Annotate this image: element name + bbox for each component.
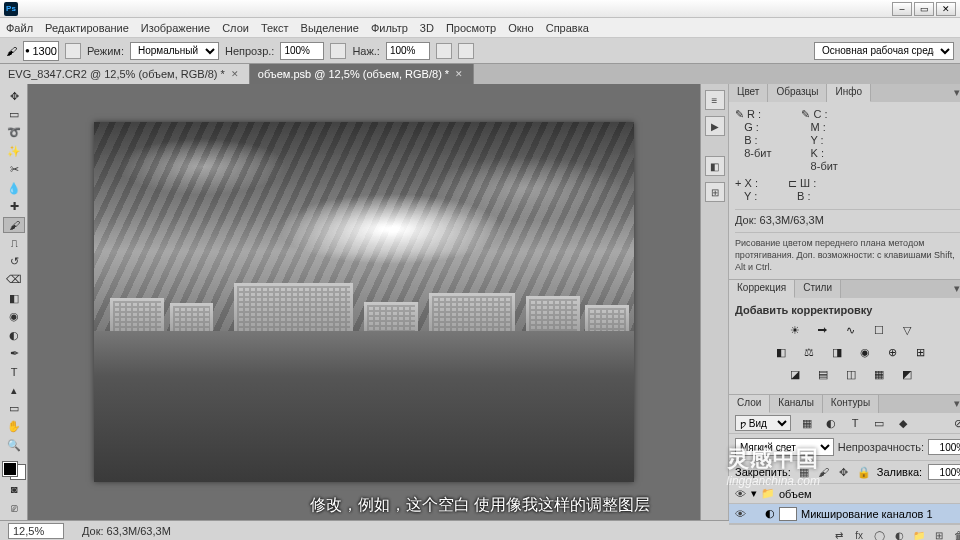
actions-panel-icon[interactable]: ▶ xyxy=(705,116,725,136)
tab-paths[interactable]: Контуры xyxy=(823,395,879,413)
new-adjustment-icon[interactable]: ◐ xyxy=(892,528,906,540)
colorlookup-icon[interactable]: ⊞ xyxy=(912,344,930,360)
lock-trans-icon[interactable]: ▦ xyxy=(797,465,811,479)
flow-input[interactable] xyxy=(386,42,430,60)
stamp-tool[interactable]: ⎍ xyxy=(3,235,25,251)
filter-smart-icon[interactable]: ◆ xyxy=(895,416,911,430)
gradient-tool[interactable]: ◧ xyxy=(3,290,25,306)
menu-image[interactable]: Изображение xyxy=(141,22,210,34)
brushes-panel-icon[interactable]: ⊞ xyxy=(705,182,725,202)
vibrance-icon[interactable]: ▽ xyxy=(898,322,916,338)
tab-layers[interactable]: Слои xyxy=(729,395,770,413)
link-layers-icon[interactable]: ⇄ xyxy=(832,528,846,540)
dodge-tool[interactable]: ◐ xyxy=(3,327,25,343)
posterize-icon[interactable]: ▤ xyxy=(814,366,832,382)
crop-tool[interactable]: ✂ xyxy=(3,162,25,178)
tab-color[interactable]: Цвет xyxy=(729,84,768,102)
new-layer-icon[interactable]: ⊞ xyxy=(932,528,946,540)
opacity-pressure-icon[interactable] xyxy=(330,43,346,59)
size-pressure-icon[interactable] xyxy=(458,43,474,59)
menu-window[interactable]: Окно xyxy=(508,22,534,34)
filter-shape-icon[interactable]: ▭ xyxy=(871,416,887,430)
panel-menu-icon[interactable]: ▾≡ xyxy=(948,395,960,413)
color-swatch[interactable] xyxy=(3,462,25,480)
layer-opacity-input[interactable] xyxy=(928,439,960,455)
blend-mode-select[interactable]: Нормальный xyxy=(130,42,219,60)
workspace-selector[interactable]: Основная рабочая среда xyxy=(814,42,954,60)
curves-icon[interactable]: ∿ xyxy=(842,322,860,338)
colorbalance-icon[interactable]: ⚖ xyxy=(800,344,818,360)
lock-pixel-icon[interactable]: 🖌 xyxy=(817,465,831,479)
brush-panel-toggle-icon[interactable] xyxy=(65,43,81,59)
menu-file[interactable]: Файл xyxy=(6,22,33,34)
mask-thumbnail[interactable] xyxy=(779,507,797,521)
menu-select[interactable]: Выделение xyxy=(301,22,359,34)
tab-channels[interactable]: Каналы xyxy=(770,395,823,413)
blur-tool[interactable]: ◉ xyxy=(3,309,25,325)
minimize-button[interactable]: – xyxy=(892,2,912,16)
menu-filter[interactable]: Фильтр xyxy=(371,22,408,34)
channelmixer-icon[interactable]: ⊕ xyxy=(884,344,902,360)
close-tab-icon[interactable]: ✕ xyxy=(231,69,239,79)
pen-tool[interactable]: ✒ xyxy=(3,345,25,361)
marquee-tool[interactable]: ▭ xyxy=(3,106,25,122)
fill-input[interactable] xyxy=(928,464,960,480)
layer-name[interactable]: Микширование каналов 1 xyxy=(801,508,933,520)
brightness-icon[interactable]: ☀ xyxy=(786,322,804,338)
eyedropper-tool[interactable]: 💧 xyxy=(3,180,25,196)
document-tab[interactable]: EVG_8347.CR2 @ 12,5% (объем, RGB/8) *✕ xyxy=(0,64,250,84)
visibility-icon[interactable]: 👁 xyxy=(733,508,747,520)
menu-layers[interactable]: Слои xyxy=(222,22,249,34)
canvas[interactable] xyxy=(28,84,700,520)
filter-pixel-icon[interactable]: ▦ xyxy=(799,416,815,430)
eraser-tool[interactable]: ⌫ xyxy=(3,272,25,288)
path-select-tool[interactable]: ▴ xyxy=(3,382,25,398)
exposure-icon[interactable]: ☐ xyxy=(870,322,888,338)
new-group-icon[interactable]: 📁 xyxy=(912,528,926,540)
brush-tool[interactable]: 🖌 xyxy=(3,217,25,233)
menu-3d[interactable]: 3D xyxy=(420,22,434,34)
close-tab-icon[interactable]: ✕ xyxy=(455,69,463,79)
magic-wand-tool[interactable]: ✨ xyxy=(3,143,25,159)
layer-fx-icon[interactable]: fx xyxy=(852,528,866,540)
tab-info[interactable]: Инфо xyxy=(827,84,871,102)
menu-edit[interactable]: Редактирование xyxy=(45,22,129,34)
zoom-readout[interactable]: 12,5% xyxy=(8,523,64,539)
history-panel-icon[interactable]: ≡ xyxy=(705,90,725,110)
photofilter-icon[interactable]: ◉ xyxy=(856,344,874,360)
bw-icon[interactable]: ◨ xyxy=(828,344,846,360)
shape-tool[interactable]: ▭ xyxy=(3,400,25,416)
healing-tool[interactable]: ✚ xyxy=(3,198,25,214)
filter-adjust-icon[interactable]: ◐ xyxy=(823,416,839,430)
lock-all-icon[interactable]: 🔒 xyxy=(857,465,871,479)
expand-icon[interactable]: ▾ xyxy=(751,487,757,500)
gradientmap-icon[interactable]: ▦ xyxy=(870,366,888,382)
threshold-icon[interactable]: ◫ xyxy=(842,366,860,382)
levels-icon[interactable]: ⮕ xyxy=(814,322,832,338)
brush-preset-picker[interactable]: ● 1300 xyxy=(23,41,59,61)
filter-type-icon[interactable]: T xyxy=(847,416,863,430)
layer-name[interactable]: объем xyxy=(779,488,812,500)
layer-row[interactable]: 👁 ◐ Микширование каналов 1 xyxy=(729,504,960,524)
layer-group-row[interactable]: 👁 ▾ 📁 объем xyxy=(729,484,960,504)
properties-panel-icon[interactable]: ◧ xyxy=(705,156,725,176)
layer-filter-kind[interactable]: ƿ Вид xyxy=(735,415,791,431)
filter-toggle[interactable]: ⊘ xyxy=(950,416,960,430)
menu-help[interactable]: Справка xyxy=(546,22,589,34)
panel-menu-icon[interactable]: ▾≡ xyxy=(948,280,960,298)
opacity-input[interactable] xyxy=(280,42,324,60)
blend-mode-select[interactable]: Мягкий свет xyxy=(735,438,834,456)
hue-icon[interactable]: ◧ xyxy=(772,344,790,360)
delete-layer-icon[interactable]: 🗑 xyxy=(952,528,960,540)
menu-text[interactable]: Текст xyxy=(261,22,289,34)
tab-swatches[interactable]: Образцы xyxy=(768,84,827,102)
screenmode-toggle[interactable]: ⎚ xyxy=(3,499,25,515)
maximize-button[interactable]: ▭ xyxy=(914,2,934,16)
tab-styles[interactable]: Стили xyxy=(795,280,841,298)
hand-tool[interactable]: ✋ xyxy=(3,419,25,435)
invert-icon[interactable]: ◪ xyxy=(786,366,804,382)
lock-pos-icon[interactable]: ✥ xyxy=(837,465,851,479)
selectivecolor-icon[interactable]: ◩ xyxy=(898,366,916,382)
zoom-tool[interactable]: 🔍 xyxy=(3,437,25,453)
tab-adjustments[interactable]: Коррекция xyxy=(729,280,795,298)
